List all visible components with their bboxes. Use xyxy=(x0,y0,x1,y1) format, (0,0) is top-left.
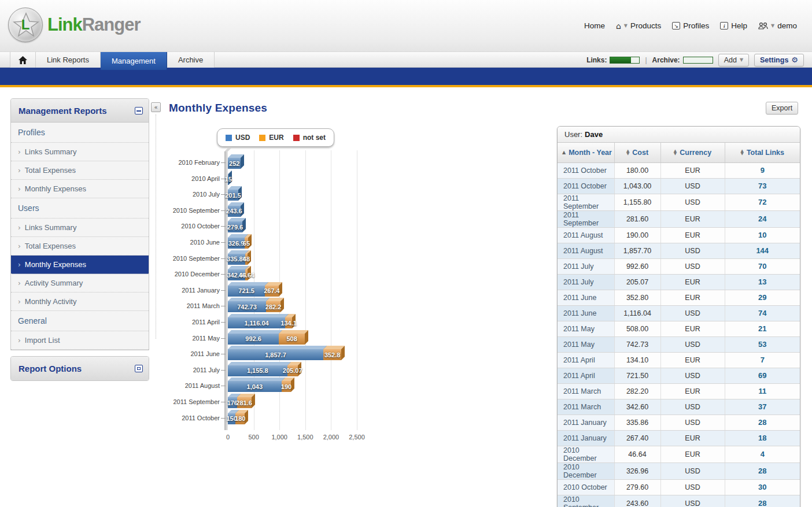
main-tab-bar: Link ReportsManagementArchive Links: | A… xyxy=(0,52,812,68)
total-links-cell[interactable]: 4 xyxy=(725,446,800,462)
total-links-cell[interactable]: 10 xyxy=(725,227,800,243)
sidebar-item-label: Monthly Expenses xyxy=(25,184,86,193)
x-axis-tick: 500 xyxy=(248,434,259,441)
sidebar-item-label: Total Expenses xyxy=(25,166,76,175)
total-links-cell[interactable]: 73 xyxy=(725,178,800,194)
total-links-cell[interactable]: 28 xyxy=(725,415,800,430)
sidebar-item-users-total-expenses[interactable]: ›Total Expenses xyxy=(11,237,149,256)
currency-cell: EUR xyxy=(660,383,725,399)
tab-link-reports[interactable]: Link Reports xyxy=(36,52,101,68)
month-year-cell: 2011 January xyxy=(558,415,614,430)
nav-item-products[interactable]: ⌂▼Products xyxy=(616,21,661,30)
cost-cell: 1,116.04 xyxy=(614,305,660,321)
sidebar-item-users-monthly-activity[interactable]: ›Monthly Activity xyxy=(11,293,149,311)
month-year-cell: 2011 March xyxy=(558,383,614,399)
sidebar-item-users-monthly-expenses[interactable]: ›Monthly Expenses xyxy=(11,256,149,274)
total-links-cell[interactable]: 13 xyxy=(725,274,800,290)
currency-cell: USD xyxy=(660,479,725,495)
total-links-cell[interactable]: 29 xyxy=(725,290,800,305)
total-links-cell[interactable]: 7 xyxy=(725,352,800,368)
currency-cell: EUR xyxy=(660,352,725,368)
tab-management[interactable]: Management xyxy=(101,52,167,70)
eur-bar-label: 205.07 xyxy=(287,365,298,376)
total-links-cell[interactable]: 74 xyxy=(725,305,800,321)
column-header-cost[interactable]: ▲▼Cost xyxy=(614,143,660,162)
total-links-cell[interactable]: 30 xyxy=(725,479,800,495)
sidebar-item-profiles-monthly-expenses[interactable]: ›Monthly Expenses xyxy=(11,180,149,198)
linkranger-logo[interactable]: L LinkRanger xyxy=(8,8,141,42)
total-links-cell[interactable]: 18 xyxy=(725,430,800,446)
total-links-cell[interactable]: 9 xyxy=(725,162,800,178)
chart-row-2011-september: 2011 September176281.6 xyxy=(155,394,398,410)
sort-ascending-icon: ▲ xyxy=(562,150,566,155)
usd-bar-label: 279.6 xyxy=(228,221,242,232)
sidebar-item-users-links-summary[interactable]: ›Links Summary xyxy=(11,219,149,237)
eur-bar-label: 508 xyxy=(279,334,305,345)
month-year-cell: 2011 October xyxy=(558,162,614,178)
total-links-cell[interactable]: 21 xyxy=(725,321,800,336)
sidebar-item-users-activity-summary[interactable]: ›Activity Summary xyxy=(11,274,149,293)
user-name: Dave xyxy=(585,130,603,139)
tab-home[interactable] xyxy=(10,52,36,68)
category-label: 2011 July xyxy=(155,362,220,378)
sort-icon: ▲▼ xyxy=(674,150,677,156)
legend-item-usd: USD xyxy=(226,134,250,142)
nav-item-home[interactable]: Home xyxy=(584,21,605,30)
sidebar-item-general-import-list[interactable]: ›Import List xyxy=(11,331,149,350)
currency-cell: USD xyxy=(660,305,725,321)
nav-item-help[interactable]: iHelp xyxy=(720,21,747,30)
sidebar-item-label: Links Summary xyxy=(25,223,77,232)
total-links-cell[interactable]: 70 xyxy=(725,258,800,274)
chart-row-2011-august: 2011 August1,043190 xyxy=(155,378,398,394)
category-label: 2011 June xyxy=(155,346,220,362)
currency-cell: USD xyxy=(660,368,725,383)
total-links-cell[interactable]: 28 xyxy=(725,462,800,479)
tab-archive[interactable]: Archive xyxy=(167,52,215,68)
usd-bar-label: 326.9 xyxy=(228,238,245,249)
currency-cell: EUR xyxy=(660,430,725,446)
eur-bar-label: 134.1 xyxy=(285,317,292,328)
restore-icon[interactable] xyxy=(135,365,143,372)
column-header-currency[interactable]: ▲▼Currency xyxy=(660,143,725,162)
sidebar-item-label: Monthly Expenses xyxy=(25,260,86,269)
minimize-icon[interactable] xyxy=(135,107,143,114)
add-button[interactable]: Add ▼ xyxy=(718,54,749,66)
column-header-total-links[interactable]: ▲▼Total Links xyxy=(725,143,800,162)
settings-button-label: Settings xyxy=(760,56,788,64)
settings-button[interactable]: Settings ⚙ xyxy=(754,54,804,66)
export-button[interactable]: Export xyxy=(766,102,798,114)
nav-item-demo[interactable]: ▼demo xyxy=(758,21,797,30)
column-header-label: Cost xyxy=(632,149,648,157)
table-row: 2011 May508.00EUR21 xyxy=(558,321,800,336)
eur-bar-label: 48 xyxy=(245,254,248,265)
total-links-cell[interactable]: 28 xyxy=(725,495,800,507)
sidebar-item-label: Links Summary xyxy=(25,147,77,156)
home-icon xyxy=(19,56,27,64)
sidebar-item-profiles-total-expenses[interactable]: ›Total Expenses xyxy=(11,161,149,180)
nav-item-profiles[interactable]: ↘Profiles xyxy=(672,21,709,30)
total-links-cell[interactable]: 144 xyxy=(725,243,800,258)
column-header-month-year[interactable]: ▲Month - Year xyxy=(558,143,614,162)
table-row: 2011 October1,043.00USD73 xyxy=(558,178,800,194)
sidebar-sections: Profiles›Links Summary›Total Expenses›Mo… xyxy=(11,123,149,350)
axis-tick-mark xyxy=(221,210,226,211)
total-links-cell[interactable]: 53 xyxy=(725,336,800,352)
total-links-cell[interactable]: 11 xyxy=(725,383,800,399)
table-row: 2011 July992.60USD70 xyxy=(558,258,800,274)
products-home-icon: ⌂ xyxy=(616,22,621,30)
chart-row-2010-december: 2010 December342.6446.64 xyxy=(155,266,398,282)
total-links-cell[interactable]: 72 xyxy=(725,194,800,210)
month-year-cell: 2010 October xyxy=(558,479,614,495)
sidebar-item-profiles-links-summary[interactable]: ›Links Summary xyxy=(11,143,149,161)
chevron-right-icon: › xyxy=(18,279,21,287)
chevron-right-icon: › xyxy=(18,166,21,175)
total-links-cell[interactable]: 37 xyxy=(725,399,800,415)
legend-label: EUR xyxy=(269,134,283,142)
chevron-right-icon: › xyxy=(18,224,21,232)
sidebar-item-label: Activity Summary xyxy=(25,279,83,287)
total-links-cell[interactable]: 69 xyxy=(725,368,800,383)
sidebar-collapse-button[interactable]: « xyxy=(151,102,161,112)
table-caption: User: Dave xyxy=(558,127,800,143)
total-links-cell[interactable]: 24 xyxy=(725,210,800,227)
month-year-cell: 2010 September xyxy=(558,495,614,507)
